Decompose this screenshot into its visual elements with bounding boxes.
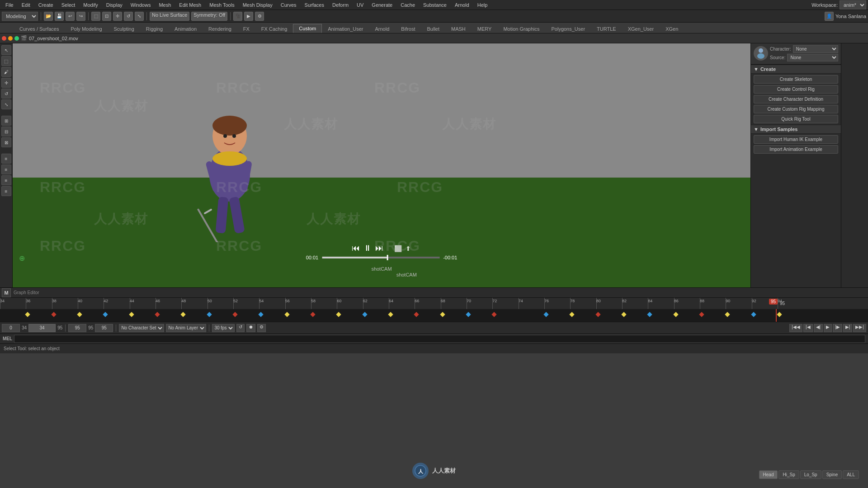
lasso-icon[interactable]: ⊡ [102, 12, 111, 21]
menu-cache[interactable]: Cache [397, 1, 419, 9]
shelf-tab-animation-user[interactable]: Animation_User [322, 24, 369, 33]
keyframe-diamond[interactable] [207, 312, 212, 317]
shelf-tab-rendering[interactable]: Rendering [203, 24, 237, 33]
keyframe-diamond[interactable] [155, 312, 160, 317]
settings-icon[interactable]: ⚙ [255, 12, 264, 21]
prev-btn[interactable]: ⏮ [352, 244, 360, 253]
play-btn[interactable]: ▶ [824, 324, 832, 332]
scale-tool-btn[interactable]: ⤡ [1, 99, 11, 109]
sel-hi-sp-btn[interactable]: Hi_Sp [778, 470, 799, 479]
sidebar-btn3[interactable]: ≡ [1, 175, 11, 185]
source-select[interactable]: None [787, 54, 838, 61]
keyframe-diamond[interactable] [543, 312, 548, 317]
shelf-tab-mery[interactable]: MERY [472, 24, 498, 33]
keyframe-diamond[interactable] [440, 312, 445, 317]
move-tool-btn[interactable]: ✛ [1, 78, 11, 88]
shelf-tab-custom[interactable]: Custom [293, 24, 322, 33]
shelf-tab-poly-modeling[interactable]: Poly Modeling [65, 24, 108, 33]
keyframe-diamond[interactable] [181, 312, 186, 317]
menu-help[interactable]: Help [474, 1, 491, 9]
keyframe-diamond[interactable] [103, 312, 108, 317]
menu-generate[interactable]: Generate [368, 1, 396, 9]
move-icon[interactable]: ✛ [113, 12, 122, 21]
create-control-rig-btn[interactable]: Create Control Rig [754, 85, 838, 94]
sidebar-btn1[interactable]: ≡ [1, 154, 11, 164]
prev-frame-btn[interactable]: |◀ [803, 324, 813, 332]
record-btn[interactable]: ⏺ [246, 324, 255, 332]
create-character-definition-btn[interactable]: Create Character Definition [754, 95, 838, 103]
shelf-tab-bifrost[interactable]: Bifrost [395, 24, 421, 33]
no-live-surface-btn[interactable]: No Live Surface [150, 12, 189, 21]
menu-substance[interactable]: Substance [420, 1, 450, 9]
menu-mesh-tools[interactable]: Mesh Tools [206, 1, 238, 9]
shelf-tab-mash[interactable]: MASH [445, 24, 472, 33]
end-frame-input[interactable] [68, 324, 86, 332]
grid-btn1[interactable]: ⊞ [1, 116, 11, 126]
grid-btn2[interactable]: ⊟ [1, 127, 11, 136]
loop-btn[interactable]: ↺ [236, 324, 245, 332]
start-frame-input[interactable] [2, 324, 20, 332]
menu-mesh-display[interactable]: Mesh Display [239, 1, 276, 9]
shelf-tab-polygons-user[interactable]: Polygons_User [545, 24, 591, 33]
go-start-btn[interactable]: |◀◀ [789, 324, 802, 332]
open-file-icon[interactable]: 📂 [44, 12, 53, 21]
keyframe-diamond[interactable] [673, 312, 678, 317]
redo-icon[interactable]: ↪ [76, 12, 85, 21]
shelf-tab-fx[interactable]: FX [237, 24, 255, 33]
symmetry-btn[interactable]: Symmetry: Off [191, 12, 227, 21]
menu-display[interactable]: Display [103, 1, 126, 9]
sidebar-btn4[interactable]: ≡ [1, 186, 11, 196]
keyframe-diamond[interactable] [336, 312, 341, 317]
sel-head-btn[interactable]: Head [759, 470, 778, 479]
keyframe-diamond[interactable] [595, 312, 600, 317]
quick-rig-tool-btn[interactable]: Quick Rig Tool [754, 115, 838, 123]
shelf-tab-sculpting[interactable]: Sculpting [108, 24, 140, 33]
menu-uv[interactable]: UV [353, 1, 367, 9]
menu-modify[interactable]: Modify [80, 1, 101, 9]
end-frame3-input[interactable] [95, 324, 113, 332]
import-section-header[interactable]: ▼ Import Samples [751, 125, 841, 134]
camera-capture-icon[interactable]: ⬜ [394, 245, 402, 252]
character-select[interactable]: None [793, 45, 838, 53]
menu-surfaces[interactable]: Surfaces [301, 1, 328, 9]
keyframe-diamond[interactable] [621, 312, 626, 317]
keyframe-diamond[interactable] [25, 312, 30, 317]
create-section-header[interactable]: ▼ Create [751, 65, 841, 74]
menu-select[interactable]: Select [58, 1, 79, 9]
minimize-window-btn[interactable] [8, 36, 13, 41]
keyframe-diamond[interactable] [232, 312, 237, 317]
anim-layer-select[interactable]: No Anim Layer [166, 324, 206, 332]
sel-lo-sp-btn[interactable]: Lo_Sp [800, 470, 821, 479]
keyframe-diamond[interactable] [284, 312, 289, 317]
shelf-tab-rigging[interactable]: Rigging [140, 24, 169, 33]
create-skeleton-btn[interactable]: Create Skeleton [754, 75, 838, 84]
sel-all-btn[interactable]: ALL [843, 470, 859, 479]
shelf-tab-curves-surfaces[interactable]: Curves / Surfaces [14, 24, 65, 33]
keyframe-diamond[interactable] [414, 312, 419, 317]
shelf-tab-motion-graphics[interactable]: Motion Graphics [497, 24, 545, 33]
menu-mesh[interactable]: Mesh [155, 1, 175, 9]
create-custom-rig-mapping-btn[interactable]: Create Custom Rig Mapping [754, 105, 838, 113]
undo-icon[interactable]: ↩ [66, 12, 75, 21]
menu-create[interactable]: Create [35, 1, 57, 9]
render-icon[interactable]: ▶ [244, 12, 253, 21]
import-animation-example-btn[interactable]: Import Animation Example [754, 145, 838, 154]
maximize-window-btn[interactable] [14, 36, 19, 41]
shelf-tab-xgen[interactable]: XGen [660, 24, 684, 33]
keyframe-diamond[interactable] [362, 312, 367, 317]
import-human-ik-btn[interactable]: Import Human IK Example [754, 135, 838, 144]
keyframe-diamond[interactable] [129, 312, 134, 317]
shelf-tab-bullet[interactable]: Bullet [421, 24, 445, 33]
mode-select[interactable]: Modeling [2, 12, 38, 21]
keyframe-diamond[interactable] [647, 312, 652, 317]
rotate-icon[interactable]: ↺ [124, 12, 133, 21]
workspace-select[interactable]: anim* [840, 0, 866, 9]
keyframe-diamond[interactable] [751, 312, 756, 317]
prev-key-btn[interactable]: ◀| [814, 324, 823, 332]
m-button[interactable]: M [2, 288, 11, 297]
mel-input[interactable] [14, 335, 865, 343]
keyframe-diamond[interactable] [699, 312, 704, 317]
next-frame-btn[interactable]: ▶| [843, 324, 853, 332]
video-timeline[interactable] [322, 257, 439, 258]
next-btn[interactable]: ⏭ [375, 244, 383, 253]
